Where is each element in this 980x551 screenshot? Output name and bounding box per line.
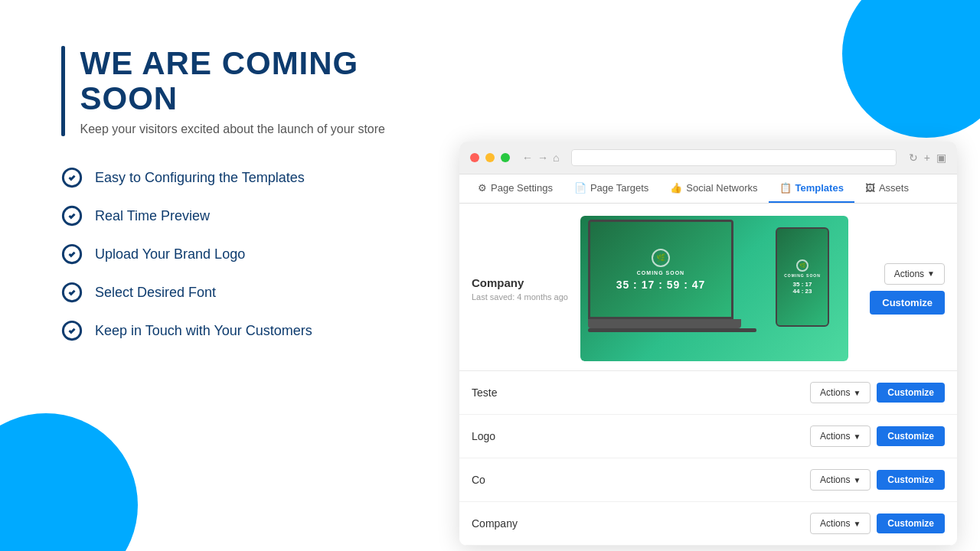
featured-customize-button[interactable]: Customize [870,291,945,315]
browser-add-tab-icon[interactable]: + [924,152,930,164]
template-row-3: Company Actions ▼ Customize [459,502,957,546]
browser-back[interactable]: ← [522,152,533,164]
title-block: WE ARE COMING SOON Keep your visitors ex… [61,46,429,136]
right-section: ← → ⌂ ↻ + ▣ ⚙ Page Settings 📄 Page Targe… [459,142,957,546]
deco-circle-bottom-left [0,413,138,551]
left-section: WE ARE COMING SOON Keep your visitors ex… [61,46,429,358]
row-actions-1: Actions ▼ Customize [810,425,945,447]
featured-template-card: Company Last saved: 4 months ago 🌿 COMIN… [459,204,957,371]
check-icon-4 [61,320,83,341]
page-targets-icon: 📄 [574,182,586,194]
featured-template-info: Company Last saved: 4 months ago [472,276,568,302]
feature-item-2: Upload Your Brand Logo [61,243,429,265]
browser-window: ← → ⌂ ↻ + ▣ ⚙ Page Settings 📄 Page Targe… [459,142,957,546]
customize-button-3[interactable]: Customize [877,514,945,533]
browser-search-bar[interactable] [571,149,896,166]
featured-template-actions: Actions ▼ Customize [861,263,945,315]
caret-icon-1: ▼ [853,432,861,441]
customize-button-1[interactable]: Customize [877,426,945,446]
template-row-name-0: Teste [472,386,810,399]
customize-button-0[interactable]: Customize [877,383,945,403]
feature-item-4: Keep in Touch with Your Customers [61,320,429,341]
actions-caret-icon: ▼ [927,269,935,278]
hero-title: WE ARE COMING SOON [80,46,429,116]
browser-refresh-icon[interactable]: ↻ [909,152,918,164]
hero-subtitle: Keep your visitors excited about the lau… [80,122,429,136]
row-actions-0: Actions ▼ Customize [810,382,945,403]
template-row-0: Teste Actions ▼ Customize [459,371,957,415]
template-preview-area: 🌿 COMING SOON 35 : 17 : 59 : 47 [580,216,848,361]
caret-icon-2: ▼ [853,476,861,484]
tab-templates[interactable]: 📋 Templates [769,174,854,203]
mobile-coming-soon: COMING SOON [784,273,821,278]
template-row-2: Co Actions ▼ Customize [459,458,957,502]
browser-actions: + ▣ [924,152,946,164]
check-icon-3 [61,282,83,303]
tab-bar: ⚙ Page Settings 📄 Page Targets 👍 Social … [459,174,957,204]
browser-home[interactable]: ⌂ [553,152,559,164]
laptop-countdown: 35 : 17 : 59 : 47 [616,279,706,291]
laptop-logo-leaf: 🌿 [656,253,665,262]
customize-button-2[interactable]: Customize [877,470,945,490]
featured-template-name: Company [472,276,568,289]
mobile-screen: 🌿 COMING SOON 35 : 17 44 : 23 [776,227,829,327]
page-settings-icon: ⚙ [478,182,487,194]
mobile-logo-leaf: 🌿 [799,262,806,269]
laptop-base [588,319,741,328]
tab-assets[interactable]: 🖼 Assets [854,174,920,203]
caret-icon-0: ▼ [853,389,861,397]
tab-page-targets[interactable]: 📄 Page Targets [564,174,659,203]
check-icon-2 [61,243,83,265]
check-icon-1 [61,205,83,227]
tab-social-networks[interactable]: 👍 Social Networks [659,174,768,203]
tab-page-settings[interactable]: ⚙ Page Settings [467,174,564,203]
laptop-coming-soon: COMING SOON [637,270,684,276]
actions-button-1[interactable]: Actions ▼ [810,425,871,447]
mobile-logo-circle: 🌿 [796,259,808,272]
mobile-countdown-line2: 44 : 23 [793,288,812,295]
deco-circle-top-right [842,0,980,138]
caret-icon-3: ▼ [853,520,861,528]
laptop-mockup: 🌿 COMING SOON 35 : 17 : 59 : 47 [588,220,741,350]
browser-nav: ← → ⌂ [522,152,559,164]
row-actions-3: Actions ▼ Customize [810,513,945,534]
title-bar [61,46,65,136]
feature-item-3: Select Desired Font [61,282,429,303]
browser-dot-red[interactable] [470,153,479,162]
row-actions-2: Actions ▼ Customize [810,469,945,491]
actions-button-2[interactable]: Actions ▼ [810,469,871,491]
preview-image: 🌿 COMING SOON 35 : 17 : 59 : 47 [580,216,848,361]
browser-menu-icon[interactable]: ▣ [936,152,946,164]
actions-button-3[interactable]: Actions ▼ [810,513,871,534]
browser-forward[interactable]: → [537,152,548,164]
template-row-name-2: Co [472,474,810,486]
templates-icon: 📋 [779,182,792,194]
social-networks-icon: 👍 [670,182,682,194]
feature-item-0: Easy to Configuring the Templates [61,167,429,188]
featured-actions-button[interactable]: Actions ▼ [884,263,945,285]
laptop-foot [588,328,756,332]
features-list: Easy to Configuring the Templates Real T… [61,167,429,341]
mobile-countdown-line1: 35 : 17 [793,281,812,288]
browser-bar: ← → ⌂ ↻ + ▣ [459,142,957,174]
laptop-logo-circle: 🌿 [652,249,670,267]
template-row-name-1: Logo [472,430,810,442]
template-list: Teste Actions ▼ Customize Logo Actions ▼ [459,371,957,546]
template-row-1: Logo Actions ▼ Customize [459,415,957,458]
actions-button-0[interactable]: Actions ▼ [810,382,871,403]
feature-item-1: Real Time Preview [61,205,429,227]
featured-template-date: Last saved: 4 months ago [472,292,568,302]
mobile-mockup: 🌿 COMING SOON 35 : 17 44 : 23 [776,227,833,338]
template-row-name-3: Company [472,517,810,530]
browser-dot-yellow[interactable] [485,153,495,162]
check-icon-0 [61,167,83,188]
browser-dot-green[interactable] [501,153,510,162]
laptop-screen: 🌿 COMING SOON 35 : 17 : 59 : 47 [588,220,733,319]
assets-icon: 🖼 [865,182,875,194]
